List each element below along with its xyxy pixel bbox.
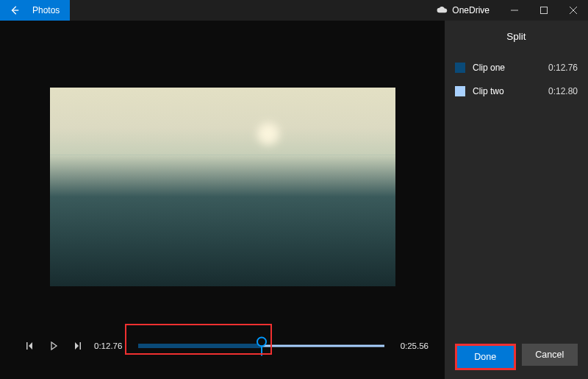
back-button[interactable] — [0, 0, 29, 21]
clip-time: 0:12.76 — [548, 63, 578, 73]
timeline-track[interactable] — [138, 335, 384, 357]
clip-one-swatch — [455, 63, 465, 73]
editor-main: 0:12.76 0:25.56 — [0, 21, 445, 379]
onedrive-label: OneDrive — [452, 5, 490, 15]
svg-rect-2 — [80, 342, 82, 350]
cancel-button[interactable]: Cancel — [522, 344, 578, 366]
clip-two-range — [262, 345, 385, 347]
svg-rect-1 — [26, 342, 28, 350]
svg-rect-0 — [541, 7, 548, 14]
clip-label: Clip two — [473, 86, 541, 96]
previous-frame-button[interactable] — [24, 339, 37, 353]
current-time: 0:12.76 — [94, 341, 123, 350]
maximize-button[interactable] — [529, 0, 559, 21]
onedrive-status[interactable]: OneDrive — [426, 5, 500, 15]
total-time: 0:25.56 — [399, 341, 429, 350]
clip-one-range — [138, 344, 262, 348]
clip-two-swatch — [455, 86, 465, 96]
annotation-highlight-done: Done — [455, 344, 516, 370]
clip-label: Clip one — [473, 63, 541, 73]
playback-controls: 0:12.76 0:25.56 — [10, 313, 434, 379]
minimize-button[interactable] — [500, 0, 529, 21]
panel-title: Split — [455, 31, 578, 42]
done-button[interactable]: Done — [457, 346, 514, 368]
play-button[interactable] — [47, 339, 60, 353]
video-preview[interactable] — [50, 88, 395, 286]
titlebar: Photos OneDrive — [0, 0, 588, 21]
clip-row[interactable]: Clip one 0:12.76 — [455, 63, 578, 73]
clip-row[interactable]: Clip two 0:12.80 — [455, 86, 578, 96]
split-panel: Split Clip one 0:12.76 Clip two 0:12.80 … — [445, 21, 588, 379]
next-frame-button[interactable] — [71, 339, 84, 353]
cloud-icon — [436, 7, 448, 14]
split-handle[interactable] — [257, 336, 267, 347]
app-title: Photos — [29, 0, 70, 21]
clip-time: 0:12.80 — [548, 86, 578, 96]
close-button[interactable] — [559, 0, 588, 21]
